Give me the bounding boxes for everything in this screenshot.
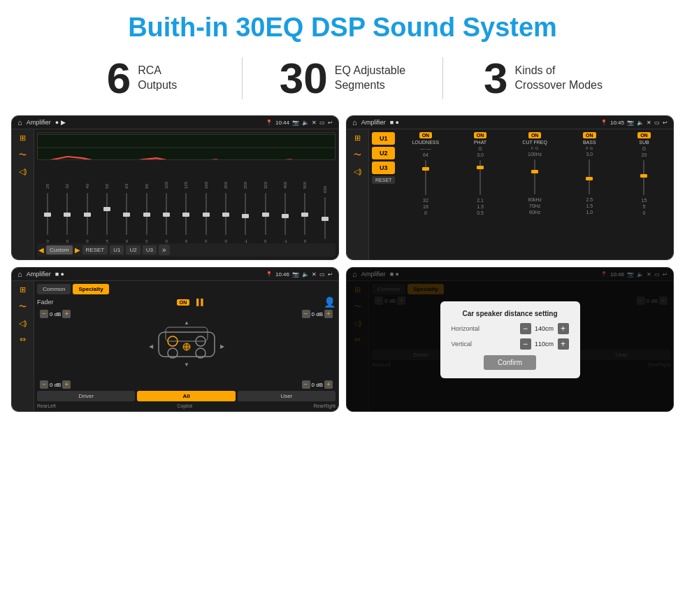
stat-number-6: 6 bbox=[107, 57, 131, 100]
eq-icon-3[interactable]: ⊞ bbox=[20, 285, 26, 294]
stat-text-rca: RCA Outputs bbox=[138, 64, 177, 93]
eq-band-400: 400 -1 bbox=[276, 182, 294, 243]
u2-btn[interactable]: U2 bbox=[126, 245, 140, 255]
home-icon-1[interactable]: ⌂ bbox=[17, 118, 22, 127]
next-preset-btn[interactable]: ▶ bbox=[75, 246, 80, 254]
eq-band-100: 100 0 bbox=[157, 182, 175, 243]
driver-btn-3[interactable]: Driver bbox=[37, 391, 135, 401]
battery-icon-3: ▭ bbox=[319, 271, 325, 278]
ch-slider-phat[interactable] bbox=[480, 160, 481, 195]
back-icon-3[interactable]: ↩ bbox=[328, 271, 333, 278]
tab-common-3[interactable]: Common bbox=[37, 284, 71, 294]
location-icon-1: 📍 bbox=[266, 120, 273, 126]
app-title-2: Amplifier bbox=[361, 119, 386, 126]
ch-slider-sub[interactable] bbox=[643, 160, 644, 195]
reset-btn-2[interactable]: RESET bbox=[372, 176, 395, 184]
reset-btn[interactable]: RESET bbox=[82, 245, 108, 255]
user-btn-3[interactable]: User bbox=[238, 391, 336, 401]
copilot-label-3: Copilot bbox=[177, 403, 192, 408]
status-bar-3: ⌂ Amplifier ■ ● 📍 10:46 📷 🔈 ✕ ▭ ↩ bbox=[12, 268, 338, 281]
plus-btn-tr[interactable]: + bbox=[324, 310, 333, 318]
channel-bass: ON BASS FG 3.0 2.5 1.5 1.0 bbox=[563, 132, 616, 215]
stat-number-30: 30 bbox=[280, 57, 328, 100]
confirm-button[interactable]: Confirm bbox=[484, 355, 536, 370]
rearright-label-3: RearRight bbox=[313, 403, 336, 408]
time-2: 10:45 bbox=[610, 120, 624, 126]
screen-content-1: ⊞ 〜 ◁) bbox=[12, 129, 338, 259]
horizontal-value: 140cm bbox=[534, 325, 555, 332]
on-badge-phat: ON bbox=[474, 132, 487, 138]
db-ctrl-topleft: − 0 dB + bbox=[40, 310, 71, 318]
home-icon-2[interactable]: ⌂ bbox=[352, 118, 357, 127]
vol-icon-2: 🔈 bbox=[637, 120, 644, 126]
on-badge-cutfreq: ON bbox=[528, 132, 542, 138]
wave-icon-2[interactable]: 〜 bbox=[354, 150, 361, 160]
vertical-minus-btn[interactable]: − bbox=[520, 338, 531, 350]
ch-slider-cutfreq[interactable] bbox=[534, 159, 535, 194]
custom-preset-btn[interactable]: Custom bbox=[46, 245, 73, 255]
u1-btn[interactable]: U1 bbox=[110, 245, 124, 255]
eq-band-630: 630 bbox=[316, 186, 334, 243]
u3-btn[interactable]: U3 bbox=[143, 245, 157, 255]
dialog-row-vertical: Vertical − 110cm + bbox=[452, 338, 569, 350]
vol-icon-1: 🔈 bbox=[302, 120, 309, 126]
minus-btn-tl[interactable]: − bbox=[40, 310, 48, 318]
left-sidebar-2: ⊞ 〜 ◁) bbox=[347, 129, 369, 259]
battery-icon-1: ▭ bbox=[319, 120, 325, 126]
android-screen-1: ⌂ Amplifier ● ▶ 📍 10:44 📷 🔈 ✕ ▭ ↩ bbox=[12, 116, 338, 259]
eq-band-80: 80 0 bbox=[138, 184, 156, 243]
plus-btn-br[interactable]: + bbox=[324, 380, 333, 389]
plus-btn-bl[interactable]: + bbox=[62, 380, 71, 389]
db-val-tl: 0 dB bbox=[50, 311, 61, 317]
speaker-icon-2[interactable]: ◁) bbox=[354, 167, 362, 176]
eq-graph bbox=[37, 132, 336, 160]
speaker-icon-1[interactable]: ◁) bbox=[19, 167, 27, 176]
horizontal-plus-btn[interactable]: + bbox=[558, 323, 569, 334]
screen-content-2: ⊞ 〜 ◁) U1 U2 U3 RESET bbox=[347, 129, 673, 259]
back-icon-1[interactable]: ↩ bbox=[328, 120, 333, 126]
horizontal-minus-btn[interactable]: − bbox=[520, 323, 531, 334]
eq-band-63: 63 0 bbox=[117, 184, 136, 243]
u1-preset-btn[interactable]: U1 bbox=[372, 132, 395, 145]
speaker-icon-3[interactable]: ◁) bbox=[19, 319, 27, 328]
back-icon-2[interactable]: ↩ bbox=[663, 120, 668, 126]
minus-btn-br[interactable]: − bbox=[302, 380, 310, 389]
minus-btn-tr[interactable]: − bbox=[302, 310, 310, 318]
on-badge-loudness: ON bbox=[419, 132, 433, 138]
wave-icon-3[interactable]: 〜 bbox=[19, 301, 27, 312]
plus-btn-tl[interactable]: + bbox=[62, 310, 71, 318]
extra-icon-3[interactable]: ⇔ bbox=[20, 335, 26, 344]
status-bar-2: ⌂ Amplifier ■ ● 📍 10:45 📷 🔈 ✕ ▭ ↩ bbox=[347, 116, 673, 129]
vertical-plus-btn[interactable]: + bbox=[558, 338, 569, 350]
battery-icon-2: ▭ bbox=[654, 120, 660, 126]
tab-specialty-3[interactable]: Specialty bbox=[73, 284, 108, 294]
ch-slider-loudness[interactable] bbox=[425, 160, 426, 195]
ch-slider-bass[interactable] bbox=[589, 159, 590, 194]
channel-phat: ON PHAT G 3.0 2.1 1.3 0.5 bbox=[454, 132, 506, 215]
car-diagram-svg: ▲ ▼ ◀ ▶ bbox=[148, 322, 225, 367]
eq-icon-2[interactable]: ⊞ bbox=[354, 134, 361, 143]
ch-name-loudness: LOUDNESS bbox=[412, 140, 440, 145]
more-btn[interactable]: » bbox=[159, 245, 170, 255]
on-badge-bass: ON bbox=[583, 132, 596, 138]
time-3: 10:46 bbox=[275, 271, 289, 278]
svg-text:▲: ▲ bbox=[184, 322, 189, 326]
eq-band-500: 500 0 bbox=[296, 182, 314, 243]
wave-icon-1[interactable]: 〜 bbox=[19, 150, 27, 160]
ch-name-sub: SUB bbox=[639, 140, 649, 145]
db-val-br: 0 dB bbox=[312, 382, 323, 388]
u3-preset-btn[interactable]: U3 bbox=[372, 162, 395, 174]
u2-preset-btn[interactable]: U2 bbox=[372, 147, 395, 159]
preset-buttons-2: U1 U2 U3 RESET bbox=[372, 132, 395, 215]
vol-icon-3: 🔈 bbox=[302, 271, 309, 278]
eq-band-320: 320 0 bbox=[257, 182, 275, 243]
all-btn-3[interactable]: All bbox=[137, 391, 235, 401]
stats-row: 6 RCA Outputs 30 EQ Adjustable Segments … bbox=[0, 50, 685, 110]
minus-btn-bl[interactable]: − bbox=[40, 380, 48, 389]
vertical-label: Vertical bbox=[452, 341, 490, 348]
prev-preset-btn[interactable]: ◀ bbox=[38, 246, 44, 254]
dialog-box: Car speaker distance setting Horizontal … bbox=[440, 301, 580, 378]
eq-bands: 25 0 32 bbox=[37, 163, 336, 243]
home-icon-3[interactable]: ⌂ bbox=[17, 270, 22, 278]
eq-icon-1[interactable]: ⊞ bbox=[20, 134, 26, 143]
